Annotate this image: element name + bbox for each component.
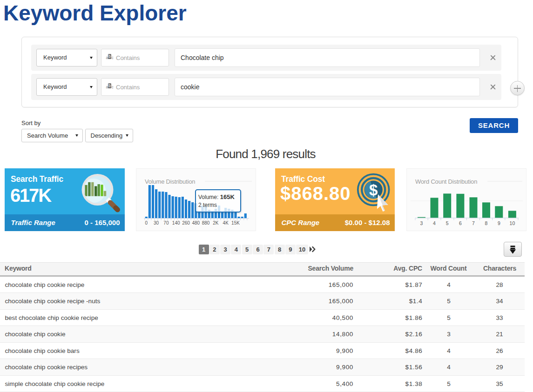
svg-text:70: 70 bbox=[163, 220, 169, 226]
svg-text:2K: 2K bbox=[213, 220, 219, 226]
svg-text:$: $ bbox=[369, 181, 378, 199]
svg-text:880: 880 bbox=[202, 220, 210, 226]
svg-text:6: 6 bbox=[459, 220, 462, 226]
svg-text:0: 0 bbox=[145, 220, 148, 226]
svg-text:9: 9 bbox=[498, 220, 500, 226]
svg-text:4K: 4K bbox=[223, 220, 229, 226]
svg-text:15K: 15K bbox=[231, 220, 240, 226]
svg-text:8: 8 bbox=[485, 220, 488, 226]
svg-text:5: 5 bbox=[446, 220, 449, 226]
svg-text:10: 10 bbox=[510, 220, 515, 226]
svg-text:7: 7 bbox=[472, 220, 475, 226]
svg-text:4: 4 bbox=[433, 220, 436, 226]
svg-text:480: 480 bbox=[192, 220, 200, 226]
svg-text:140: 140 bbox=[172, 220, 180, 226]
svg-text:30: 30 bbox=[154, 220, 159, 226]
svg-text:3: 3 bbox=[420, 220, 423, 226]
svg-text:260: 260 bbox=[182, 220, 190, 226]
